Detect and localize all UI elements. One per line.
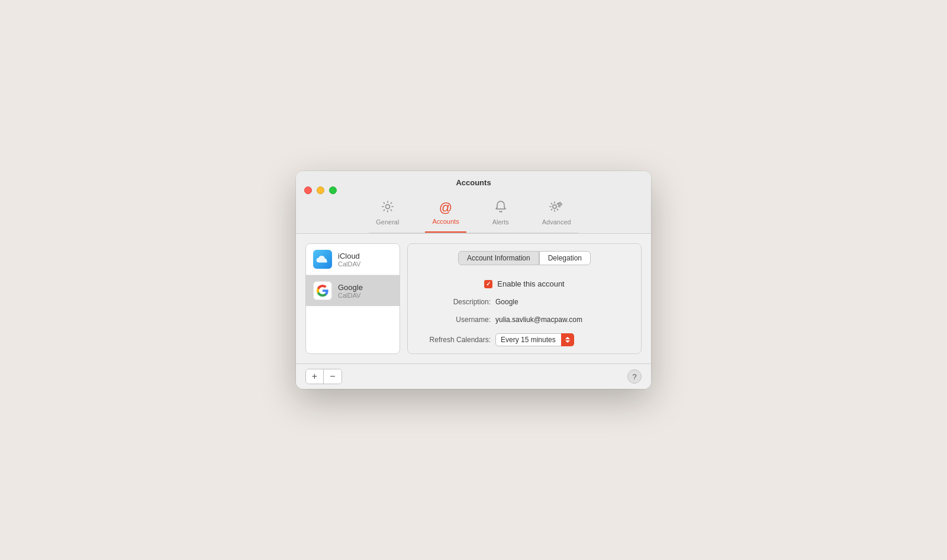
main-window: Accounts General @ Accounts [296, 171, 651, 389]
toolbar-advanced-label: Advanced [542, 218, 571, 226]
tab-bar: Account Information Delegation [408, 244, 641, 272]
help-button[interactable]: ? [627, 369, 642, 384]
main-area: iCloud CalDAV Google [305, 243, 642, 354]
enable-account-checkbox[interactable] [484, 280, 492, 288]
gear-icon [381, 200, 394, 216]
icloud-name: iCloud [338, 252, 360, 260]
svg-point-0 [385, 205, 389, 209]
description-label: Description: [420, 298, 491, 306]
detail-content: Enable this account Description: Google … [408, 272, 641, 353]
tab-delegation[interactable]: Delegation [539, 251, 591, 265]
google-icon [313, 281, 332, 300]
toolbar-accounts-label: Accounts [432, 218, 459, 225]
toolbar-alerts-label: Alerts [492, 218, 509, 226]
arrow-up-icon [565, 337, 570, 339]
minimize-button[interactable] [317, 186, 324, 194]
username-label: Username: [420, 316, 491, 324]
bottom-bar: + − ? [296, 363, 651, 389]
toolbar-item-general[interactable]: General [369, 198, 406, 233]
icloud-type: CalDAV [338, 260, 360, 268]
enable-account-row: Enable this account [420, 279, 629, 288]
bell-icon [495, 200, 507, 216]
close-button[interactable] [304, 186, 312, 194]
refresh-stepper[interactable] [561, 333, 574, 346]
description-value: Google [495, 298, 518, 306]
refresh-calendars-row: Refresh Calendars: Every 15 minutes Ever… [420, 333, 629, 346]
at-icon: @ [439, 200, 452, 215]
username-row: Username: yulia.savliuk@macpaw.com [420, 316, 629, 324]
detail-panel: Account Information Delegation Enable th… [407, 243, 642, 354]
traffic-lights [296, 178, 345, 202]
description-row: Description: Google [420, 298, 629, 306]
icloud-account-text: iCloud CalDAV [338, 252, 360, 268]
google-type: CalDAV [338, 292, 363, 299]
content-area: iCloud CalDAV Google [296, 234, 651, 363]
enable-account-label: Enable this account [497, 279, 564, 288]
arrow-down-icon [565, 340, 570, 343]
add-remove-group: + − [305, 369, 342, 384]
add-account-button[interactable]: + [306, 369, 324, 384]
advanced-gear-icon [549, 200, 563, 216]
tab-account-information[interactable]: Account Information [458, 251, 539, 265]
refresh-label: Refresh Calendars: [420, 336, 491, 344]
username-value: yulia.savliuk@macpaw.com [495, 316, 582, 324]
window-title: Accounts [456, 178, 491, 187]
google-account-text: Google CalDAV [338, 283, 363, 299]
toolbar-general-label: General [376, 218, 399, 226]
toolbar-item-advanced[interactable]: Advanced [535, 198, 578, 233]
refresh-select-container: Every 15 minutes Every 30 minutes Every … [495, 333, 574, 346]
google-name: Google [338, 283, 363, 292]
icloud-icon [313, 250, 332, 269]
account-item-google[interactable]: Google CalDAV [306, 275, 400, 306]
maximize-button[interactable] [329, 186, 337, 194]
toolbar: General @ Accounts Alerts [369, 193, 578, 233]
titlebar-row: Accounts [296, 178, 651, 193]
svg-point-1 [553, 205, 556, 208]
remove-account-button[interactable]: − [324, 369, 342, 384]
account-item-icloud[interactable]: iCloud CalDAV [306, 244, 400, 275]
toolbar-item-alerts[interactable]: Alerts [485, 198, 516, 233]
toolbar-item-accounts[interactable]: @ Accounts [425, 198, 466, 233]
accounts-sidebar: iCloud CalDAV Google [305, 243, 400, 354]
titlebar: Accounts General @ Accounts [296, 171, 651, 234]
